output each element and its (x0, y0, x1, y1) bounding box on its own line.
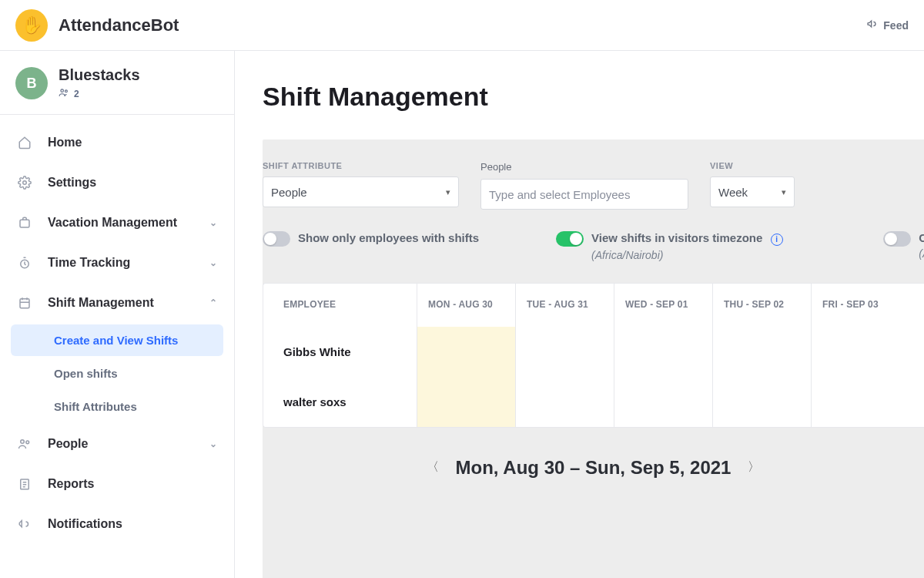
report-icon (17, 476, 32, 492)
sidebar-item-label: Settings (48, 176, 96, 190)
org-name: Bluestacks (59, 66, 140, 84)
filter-view-label: VIEW (710, 161, 795, 170)
feedback-link[interactable]: Feed (866, 18, 909, 32)
schedule-cell[interactable] (713, 377, 812, 427)
info-icon[interactable]: i (771, 234, 783, 246)
sidebar-item-timetracking[interactable]: Time Tracking ⌄ (0, 243, 234, 283)
toggle-show-only-label: Show only employees with shifts (298, 231, 479, 244)
schedule-header-day: THU - SEP 02 (713, 284, 812, 327)
org-member-count-value: 2 (74, 89, 79, 99)
filter-people-placeholder: Type and select Employees (489, 188, 630, 201)
toggle-create-partial-sub: (A (919, 247, 924, 260)
schedule-header-day: FRI - SEP 03 (812, 284, 910, 327)
people-icon (59, 87, 69, 100)
svg-rect-5 (20, 299, 29, 308)
page-title: Shift Management (263, 82, 924, 112)
sidebar-item-label: Time Tracking (48, 256, 130, 270)
next-week-arrow[interactable]: 〉 (748, 459, 760, 476)
sidebar-item-home[interactable]: Home (0, 123, 234, 163)
people-icon (17, 436, 32, 452)
schedule-header-day: TUE - AUG 31 (516, 284, 614, 327)
filter-people-input[interactable]: Type and select Employees (480, 179, 688, 210)
svg-point-7 (26, 441, 29, 444)
schedule-cell[interactable] (713, 327, 812, 377)
sidebar-item-reports[interactable]: Reports (0, 464, 234, 504)
sidebar-item-shiftmanagement[interactable]: Shift Management ⌃ (0, 283, 234, 323)
svg-point-0 (61, 89, 64, 92)
filter-attribute-label: SHIFT ATTRIBUTE (263, 161, 459, 170)
schedule-employee-name: Gibbs White (263, 327, 417, 377)
filter-people-label: People (480, 161, 688, 173)
bell-icon (17, 516, 32, 532)
schedule-employee-name: walter soxs (263, 377, 417, 427)
filter-view-select[interactable]: Week ▾ (710, 176, 795, 207)
prev-week-arrow[interactable]: 〈 (427, 459, 439, 476)
schedule-header-day: WED - SEP 01 (614, 284, 713, 327)
org-avatar: B (15, 67, 48, 99)
brand-name: AttendanceBot (59, 15, 179, 35)
sidebar-item-label: Shift Management (48, 296, 154, 310)
brand-logo: ✋ (15, 9, 48, 42)
schedule-header-employee: EMPLOYEE (263, 284, 417, 327)
home-icon (17, 135, 32, 150)
schedule-cell[interactable] (516, 327, 614, 377)
toggle-visitor-timezone[interactable] (556, 231, 584, 247)
filter-attribute-select[interactable]: People ▾ (263, 176, 459, 207)
chevron-down-icon: ⌄ (209, 257, 217, 268)
sidebar-item-settings[interactable]: Settings (0, 163, 234, 203)
sidebar-subitem-shift-attributes[interactable]: Shift Attributes (11, 391, 223, 422)
suitcase-icon (17, 215, 32, 230)
sidebar-item-notifications[interactable]: Notifications (0, 504, 234, 544)
sidebar-subitem-open-shifts[interactable]: Open shifts (11, 358, 223, 389)
chevron-down-icon: ▾ (446, 187, 450, 197)
sidebar-item-people[interactable]: People ⌄ (0, 424, 234, 464)
filter-view-value: Week (718, 186, 748, 199)
sidebar-item-label: Notifications (48, 517, 122, 531)
stopwatch-icon (17, 255, 32, 271)
toggle-create-partial[interactable] (883, 231, 911, 247)
sidebar-subitem-create-view-shifts[interactable]: Create and View Shifts (11, 324, 223, 356)
calendar-icon (17, 295, 32, 311)
toggle-show-only-employees[interactable] (263, 231, 290, 247)
chevron-down-icon: ⌄ (209, 217, 217, 228)
sidebar-item-label: Home (48, 136, 82, 150)
schedule-cell[interactable] (812, 327, 910, 377)
filter-attribute-value: People (271, 186, 307, 199)
schedule-cell[interactable] (614, 327, 713, 377)
gear-icon (17, 175, 32, 190)
svg-point-1 (65, 90, 67, 92)
schedule-cell[interactable] (812, 377, 910, 427)
sidebar-item-label: Reports (48, 477, 94, 491)
megaphone-icon (866, 18, 879, 32)
org-member-count: 2 (59, 87, 140, 100)
schedule-cell[interactable] (614, 377, 713, 427)
chevron-up-icon: ⌃ (209, 297, 217, 308)
svg-point-2 (23, 181, 27, 185)
sidebar-item-label: Vacation Management (48, 216, 177, 230)
sidebar-item-label: People (48, 437, 88, 451)
svg-rect-3 (20, 220, 29, 227)
schedule-cell[interactable] (516, 377, 614, 427)
feedback-label: Feed (883, 19, 909, 32)
schedule-cell[interactable] (417, 377, 516, 427)
toggle-visitor-tz-detail: (Africa/Nairobi) (591, 249, 782, 261)
toggle-create-partial-label: Cr (919, 231, 924, 244)
chevron-down-icon: ⌄ (209, 439, 217, 449)
svg-point-6 (21, 440, 25, 444)
sidebar-item-vacation[interactable]: Vacation Management ⌄ (0, 203, 234, 243)
chevron-down-icon: ▾ (782, 187, 786, 197)
toggle-visitor-tz-label: View shifts in visitors timezone i (591, 231, 782, 246)
schedule-cell[interactable] (417, 327, 516, 377)
date-range-label: Mon, Aug 30 – Sun, Sep 5, 2021 (456, 457, 732, 479)
schedule-header-day: MON - AUG 30 (417, 284, 516, 327)
